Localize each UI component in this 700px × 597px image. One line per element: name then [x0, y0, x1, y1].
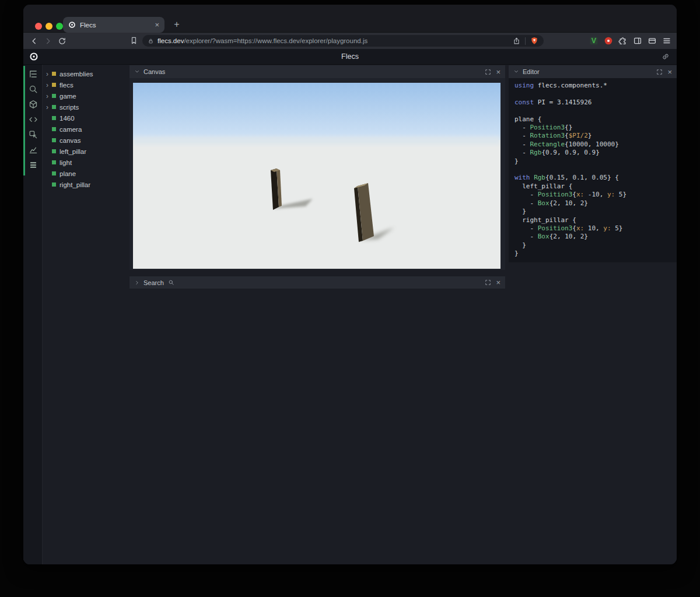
expand-arrow-icon[interactable]: ›: [46, 82, 52, 89]
entity-label: right_pillar: [60, 181, 90, 188]
tree-item-camera[interactable]: camera: [43, 124, 129, 135]
menu-icon[interactable]: [662, 36, 671, 45]
chevron-right-icon[interactable]: [134, 280, 140, 286]
vimium-icon[interactable]: V: [589, 36, 598, 45]
forward-icon[interactable]: [44, 37, 52, 45]
tree-item-game[interactable]: ›game: [43, 90, 129, 101]
code-area[interactable]: using flecs.components.* const PI = 3.14…: [509, 78, 677, 263]
code-icon[interactable]: [29, 115, 38, 124]
entity-color-square: [52, 105, 56, 109]
code-line: [514, 90, 671, 98]
entity-color-square: [52, 149, 56, 153]
entity-label: 1460: [60, 115, 75, 122]
code-line: }: [514, 241, 671, 250]
brave-shield-icon[interactable]: [530, 37, 538, 45]
search-icon[interactable]: [29, 85, 38, 94]
code-line: }: [514, 208, 671, 216]
editor-panel: Editor × using flecs.components.* const …: [509, 65, 677, 262]
search-panel-title: Search: [144, 279, 164, 286]
share-icon[interactable]: [513, 37, 520, 45]
code-line: - Position3{x: -10, y: 5}: [514, 191, 671, 199]
address-bar[interactable]: flecs.dev/explorer/?wasm=https://www.fle…: [142, 35, 544, 47]
red-extension-icon[interactable]: [604, 36, 613, 45]
tree-item-scripts[interactable]: ›scripts: [43, 101, 129, 113]
canvas-panel-header: Canvas ×: [130, 65, 505, 78]
entity-tree: ›assemblies›flecs›game›scripts1460camera…: [43, 65, 129, 564]
code-line: right_pillar {: [514, 216, 671, 224]
wallet-icon[interactable]: [648, 36, 657, 45]
search-panel-actions: ×: [485, 279, 501, 286]
traffic-light-maximize[interactable]: [56, 23, 63, 30]
address-bar-actions: [513, 37, 538, 45]
search-close-icon[interactable]: ×: [496, 279, 501, 286]
canvas-panel: Canvas ×: [130, 65, 505, 270]
sidebar-panel-icon[interactable]: [633, 36, 642, 45]
reload-icon[interactable]: [58, 37, 66, 45]
tree-item-right_pillar[interactable]: right_pillar: [43, 179, 129, 190]
tree-icon[interactable]: [29, 69, 38, 79]
code-line: [514, 107, 671, 115]
code-line: }: [514, 157, 671, 166]
puzzle-icon[interactable]: [618, 36, 628, 45]
code-line: - Rectangle{10000, 10000}: [514, 141, 671, 149]
expand-arrow-icon[interactable]: ›: [46, 104, 52, 111]
svg-text:V: V: [592, 37, 597, 45]
code-line: with Rgb{0.15, 0.1, 0.05} {: [514, 174, 671, 182]
code-line: [514, 166, 671, 174]
expand-arrow-icon[interactable]: ›: [46, 71, 52, 78]
entity-label: canvas: [60, 137, 80, 144]
tables-icon[interactable]: [29, 160, 38, 170]
flecs-logo: [29, 52, 38, 61]
traffic-light-minimize[interactable]: [46, 23, 52, 30]
editor-close-icon[interactable]: ×: [667, 68, 672, 76]
stats-icon[interactable]: [29, 145, 38, 154]
code-line: - Position3{}: [514, 124, 671, 132]
code-line: const PI = 3.1415926: [514, 99, 671, 107]
code-line: - Position3{x: 10, y: 5}: [514, 224, 671, 233]
divider: [525, 37, 526, 45]
url-text[interactable]: flecs.dev/explorer/?wasm=https://www.fle…: [158, 37, 368, 44]
url-domain: flecs.dev: [158, 37, 184, 44]
entity-color-square: [52, 72, 56, 76]
entity-label: assemblies: [60, 71, 93, 78]
editor-panel-header: Editor ×: [509, 65, 677, 78]
tree-item-1460[interactable]: 1460: [43, 113, 129, 124]
tree-item-canvas[interactable]: canvas: [43, 135, 129, 146]
canvas-close-icon[interactable]: ×: [496, 68, 501, 76]
tree-item-left_pillar[interactable]: left_pillar: [43, 146, 129, 157]
browser-tab-flecs[interactable]: Flecs ×: [63, 17, 164, 33]
new-tab-button[interactable]: +: [171, 19, 183, 30]
url-path: /explorer/?wasm=https://www.flecs.dev/ex…: [184, 37, 368, 44]
entity-color-square: [52, 182, 56, 187]
tree-item-plane[interactable]: plane: [43, 168, 129, 179]
canvas-panel-actions: ×: [485, 68, 501, 76]
entity-label: flecs: [60, 82, 74, 89]
browser-window: Flecs × + flecs.dev/explorer/?wasm=https…: [23, 5, 677, 564]
link-icon[interactable]: [662, 52, 670, 61]
canvas-viewport[interactable]: [133, 83, 501, 269]
cube-icon[interactable]: [29, 100, 38, 109]
search-expand-icon[interactable]: [485, 279, 491, 286]
code-line: - Box{2, 10, 2}: [514, 233, 671, 241]
sky: [133, 83, 501, 143]
entity-label: light: [60, 159, 72, 166]
bookmark-icon[interactable]: [130, 36, 138, 45]
ground-plane: [133, 140, 501, 269]
inspect-icon[interactable]: [29, 130, 38, 139]
entity-color-square: [52, 171, 56, 175]
back-icon[interactable]: [30, 37, 38, 45]
chevron-down-icon[interactable]: [513, 69, 519, 75]
chevron-down-icon[interactable]: [134, 69, 140, 75]
canvas-expand-icon[interactable]: [485, 69, 491, 75]
tree-item-light[interactable]: light: [43, 157, 129, 168]
tree-item-assemblies[interactable]: ›assemblies: [43, 68, 129, 79]
tree-item-flecs[interactable]: ›flecs: [43, 79, 129, 90]
page-title: Flecs: [23, 52, 677, 61]
editor-panel-actions: ×: [656, 68, 672, 76]
editor-expand-icon[interactable]: [656, 69, 663, 75]
traffic-light-close[interactable]: [35, 23, 42, 30]
expand-arrow-icon[interactable]: ›: [46, 93, 52, 100]
tab-close-icon[interactable]: ×: [155, 21, 159, 29]
code-line: plane {: [514, 115, 671, 124]
horizon-haze: [133, 136, 501, 145]
